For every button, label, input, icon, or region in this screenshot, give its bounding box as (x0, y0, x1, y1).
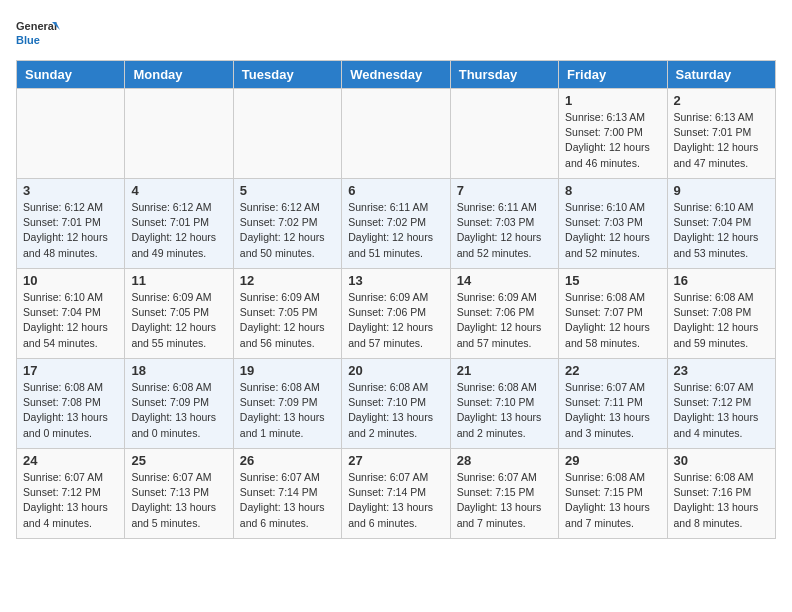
calendar-cell: 16Sunrise: 6:08 AM Sunset: 7:08 PM Dayli… (667, 269, 775, 359)
day-info: Sunrise: 6:11 AM Sunset: 7:03 PM Dayligh… (457, 200, 552, 261)
calendar-cell: 24Sunrise: 6:07 AM Sunset: 7:12 PM Dayli… (17, 449, 125, 539)
weekday-header-row: SundayMondayTuesdayWednesdayThursdayFrid… (17, 61, 776, 89)
calendar-cell: 10Sunrise: 6:10 AM Sunset: 7:04 PM Dayli… (17, 269, 125, 359)
day-info: Sunrise: 6:07 AM Sunset: 7:11 PM Dayligh… (565, 380, 660, 441)
week-row-4: 17Sunrise: 6:08 AM Sunset: 7:08 PM Dayli… (17, 359, 776, 449)
day-info: Sunrise: 6:08 AM Sunset: 7:09 PM Dayligh… (240, 380, 335, 441)
day-info: Sunrise: 6:12 AM Sunset: 7:01 PM Dayligh… (131, 200, 226, 261)
day-info: Sunrise: 6:11 AM Sunset: 7:02 PM Dayligh… (348, 200, 443, 261)
day-info: Sunrise: 6:09 AM Sunset: 7:05 PM Dayligh… (131, 290, 226, 351)
calendar-cell: 19Sunrise: 6:08 AM Sunset: 7:09 PM Dayli… (233, 359, 341, 449)
day-info: Sunrise: 6:07 AM Sunset: 7:14 PM Dayligh… (240, 470, 335, 531)
day-number: 19 (240, 363, 335, 378)
calendar-cell: 13Sunrise: 6:09 AM Sunset: 7:06 PM Dayli… (342, 269, 450, 359)
day-info: Sunrise: 6:10 AM Sunset: 7:04 PM Dayligh… (23, 290, 118, 351)
calendar-cell: 25Sunrise: 6:07 AM Sunset: 7:13 PM Dayli… (125, 449, 233, 539)
calendar-cell (125, 89, 233, 179)
calendar-body: 1Sunrise: 6:13 AM Sunset: 7:00 PM Daylig… (17, 89, 776, 539)
calendar-cell: 1Sunrise: 6:13 AM Sunset: 7:00 PM Daylig… (559, 89, 667, 179)
day-number: 22 (565, 363, 660, 378)
weekday-header-monday: Monday (125, 61, 233, 89)
week-row-3: 10Sunrise: 6:10 AM Sunset: 7:04 PM Dayli… (17, 269, 776, 359)
day-number: 2 (674, 93, 769, 108)
calendar-cell: 3Sunrise: 6:12 AM Sunset: 7:01 PM Daylig… (17, 179, 125, 269)
day-number: 20 (348, 363, 443, 378)
logo-icon: General Blue (16, 16, 68, 48)
day-number: 21 (457, 363, 552, 378)
day-info: Sunrise: 6:08 AM Sunset: 7:10 PM Dayligh… (348, 380, 443, 441)
day-info: Sunrise: 6:07 AM Sunset: 7:14 PM Dayligh… (348, 470, 443, 531)
day-info: Sunrise: 6:07 AM Sunset: 7:12 PM Dayligh… (674, 380, 769, 441)
day-number: 30 (674, 453, 769, 468)
day-number: 7 (457, 183, 552, 198)
day-info: Sunrise: 6:08 AM Sunset: 7:07 PM Dayligh… (565, 290, 660, 351)
weekday-header-tuesday: Tuesday (233, 61, 341, 89)
day-number: 14 (457, 273, 552, 288)
calendar-cell: 21Sunrise: 6:08 AM Sunset: 7:10 PM Dayli… (450, 359, 558, 449)
weekday-header-saturday: Saturday (667, 61, 775, 89)
svg-text:General: General (16, 20, 57, 32)
day-info: Sunrise: 6:10 AM Sunset: 7:04 PM Dayligh… (674, 200, 769, 261)
day-number: 12 (240, 273, 335, 288)
day-info: Sunrise: 6:07 AM Sunset: 7:12 PM Dayligh… (23, 470, 118, 531)
calendar-cell: 23Sunrise: 6:07 AM Sunset: 7:12 PM Dayli… (667, 359, 775, 449)
weekday-header-sunday: Sunday (17, 61, 125, 89)
day-info: Sunrise: 6:12 AM Sunset: 7:02 PM Dayligh… (240, 200, 335, 261)
logo: General Blue (16, 16, 68, 48)
day-info: Sunrise: 6:07 AM Sunset: 7:13 PM Dayligh… (131, 470, 226, 531)
calendar-cell: 20Sunrise: 6:08 AM Sunset: 7:10 PM Dayli… (342, 359, 450, 449)
day-info: Sunrise: 6:09 AM Sunset: 7:05 PM Dayligh… (240, 290, 335, 351)
calendar-cell: 29Sunrise: 6:08 AM Sunset: 7:15 PM Dayli… (559, 449, 667, 539)
calendar-cell: 26Sunrise: 6:07 AM Sunset: 7:14 PM Dayli… (233, 449, 341, 539)
day-number: 26 (240, 453, 335, 468)
calendar-cell: 9Sunrise: 6:10 AM Sunset: 7:04 PM Daylig… (667, 179, 775, 269)
day-number: 11 (131, 273, 226, 288)
day-info: Sunrise: 6:08 AM Sunset: 7:08 PM Dayligh… (23, 380, 118, 441)
day-number: 23 (674, 363, 769, 378)
day-number: 25 (131, 453, 226, 468)
calendar-cell: 4Sunrise: 6:12 AM Sunset: 7:01 PM Daylig… (125, 179, 233, 269)
day-number: 27 (348, 453, 443, 468)
day-number: 6 (348, 183, 443, 198)
calendar-cell: 15Sunrise: 6:08 AM Sunset: 7:07 PM Dayli… (559, 269, 667, 359)
calendar-cell: 2Sunrise: 6:13 AM Sunset: 7:01 PM Daylig… (667, 89, 775, 179)
day-info: Sunrise: 6:10 AM Sunset: 7:03 PM Dayligh… (565, 200, 660, 261)
day-info: Sunrise: 6:13 AM Sunset: 7:00 PM Dayligh… (565, 110, 660, 171)
day-number: 29 (565, 453, 660, 468)
calendar-cell: 27Sunrise: 6:07 AM Sunset: 7:14 PM Dayli… (342, 449, 450, 539)
calendar-cell (450, 89, 558, 179)
day-number: 15 (565, 273, 660, 288)
weekday-header-wednesday: Wednesday (342, 61, 450, 89)
calendar-cell (17, 89, 125, 179)
day-number: 5 (240, 183, 335, 198)
day-number: 24 (23, 453, 118, 468)
calendar-cell: 22Sunrise: 6:07 AM Sunset: 7:11 PM Dayli… (559, 359, 667, 449)
page-header: General Blue (16, 16, 776, 48)
day-number: 8 (565, 183, 660, 198)
day-number: 9 (674, 183, 769, 198)
day-info: Sunrise: 6:13 AM Sunset: 7:01 PM Dayligh… (674, 110, 769, 171)
calendar-cell: 5Sunrise: 6:12 AM Sunset: 7:02 PM Daylig… (233, 179, 341, 269)
week-row-1: 1Sunrise: 6:13 AM Sunset: 7:00 PM Daylig… (17, 89, 776, 179)
day-number: 16 (674, 273, 769, 288)
calendar-cell: 8Sunrise: 6:10 AM Sunset: 7:03 PM Daylig… (559, 179, 667, 269)
week-row-2: 3Sunrise: 6:12 AM Sunset: 7:01 PM Daylig… (17, 179, 776, 269)
weekday-header-thursday: Thursday (450, 61, 558, 89)
calendar-cell: 18Sunrise: 6:08 AM Sunset: 7:09 PM Dayli… (125, 359, 233, 449)
calendar-cell: 7Sunrise: 6:11 AM Sunset: 7:03 PM Daylig… (450, 179, 558, 269)
weekday-header-friday: Friday (559, 61, 667, 89)
calendar-cell (342, 89, 450, 179)
calendar-cell: 12Sunrise: 6:09 AM Sunset: 7:05 PM Dayli… (233, 269, 341, 359)
day-info: Sunrise: 6:12 AM Sunset: 7:01 PM Dayligh… (23, 200, 118, 261)
day-info: Sunrise: 6:09 AM Sunset: 7:06 PM Dayligh… (457, 290, 552, 351)
day-number: 3 (23, 183, 118, 198)
svg-text:Blue: Blue (16, 34, 40, 46)
day-number: 18 (131, 363, 226, 378)
day-number: 17 (23, 363, 118, 378)
day-number: 28 (457, 453, 552, 468)
week-row-5: 24Sunrise: 6:07 AM Sunset: 7:12 PM Dayli… (17, 449, 776, 539)
day-number: 13 (348, 273, 443, 288)
day-info: Sunrise: 6:08 AM Sunset: 7:15 PM Dayligh… (565, 470, 660, 531)
day-number: 10 (23, 273, 118, 288)
calendar-cell: 17Sunrise: 6:08 AM Sunset: 7:08 PM Dayli… (17, 359, 125, 449)
